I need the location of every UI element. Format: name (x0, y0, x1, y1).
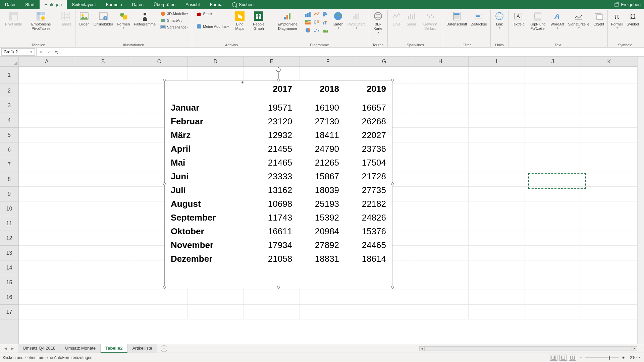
cell[interactable] (581, 187, 637, 201)
cell[interactable] (244, 305, 300, 319)
row-header[interactable]: 12 (0, 231, 18, 246)
column-header[interactable]: G (356, 57, 413, 66)
statistic-chart-icon[interactable] (313, 19, 320, 25)
surface-chart-icon[interactable] (322, 27, 329, 33)
menu-tab-einfügen[interactable]: Einfügen (40, 0, 67, 9)
zoom-level[interactable]: 210 % (628, 355, 641, 360)
cell[interactable] (525, 142, 581, 157)
cell[interactable] (469, 216, 525, 231)
cell[interactable] (525, 201, 581, 216)
empfohlene-diagramme-button[interactable]: Empfohlene Diagramme (272, 10, 303, 32)
cell[interactable] (525, 98, 581, 113)
column-header[interactable]: E (244, 57, 300, 66)
zoom-in-button[interactable]: + (621, 355, 626, 360)
cell[interactable] (75, 216, 131, 231)
cell[interactable] (412, 260, 469, 275)
menu-tab-daten[interactable]: Daten (127, 0, 149, 9)
cell[interactable] (75, 128, 131, 142)
3d-karte-button[interactable]: 3D-Karte (370, 10, 386, 35)
cell[interactable] (469, 67, 525, 83)
cell[interactable] (19, 98, 75, 113)
resize-handle[interactable] (391, 182, 394, 185)
cell[interactable] (19, 113, 75, 128)
cell[interactable] (469, 172, 525, 187)
cell[interactable] (19, 305, 75, 319)
cell[interactable] (19, 201, 75, 216)
cell[interactable] (187, 305, 244, 319)
cell[interactable] (469, 260, 525, 275)
link-button[interactable]: Link (492, 10, 507, 31)
cell[interactable] (581, 157, 637, 172)
karten-button[interactable]: Karten (330, 10, 345, 31)
cell[interactable] (412, 83, 469, 98)
resize-handle[interactable] (163, 286, 166, 289)
cell[interactable] (581, 305, 637, 319)
screenshot-button[interactable]: Screenshot (159, 24, 189, 31)
bing-maps-button[interactable]: Bing Maps (231, 10, 249, 32)
cell[interactable] (75, 113, 131, 128)
cell[interactable] (581, 290, 637, 305)
cell[interactable] (581, 216, 637, 231)
page-break-view-button[interactable] (569, 355, 576, 361)
cell[interactable] (469, 201, 525, 216)
cell[interactable] (581, 260, 637, 275)
cell[interactable] (412, 187, 469, 201)
cell[interactable] (525, 246, 581, 260)
column-header[interactable]: A (19, 57, 75, 66)
store-button[interactable]: Store (195, 10, 230, 17)
cell[interactable] (75, 98, 131, 113)
menu-tab-ansicht[interactable]: Ansicht (180, 0, 205, 9)
row-header[interactable]: 4 (0, 113, 18, 128)
row-header[interactable]: 6 (0, 142, 18, 157)
row-header[interactable]: 10 (0, 201, 18, 216)
cell[interactable] (469, 290, 525, 305)
cell[interactable] (19, 142, 75, 157)
row-header[interactable]: 13 (0, 246, 18, 260)
cell[interactable] (75, 260, 131, 275)
cell[interactable] (412, 113, 469, 128)
cell[interactable] (19, 157, 75, 172)
datenschnitt-button[interactable]: Datenschnitt (444, 10, 469, 27)
cell[interactable] (469, 305, 525, 319)
cell[interactable] (75, 172, 131, 187)
cell[interactable] (469, 246, 525, 260)
row-header[interactable]: 1 (0, 67, 18, 83)
cell[interactable] (75, 275, 131, 290)
cell[interactable] (75, 142, 131, 157)
cell[interactable] (412, 290, 469, 305)
line-chart-icon[interactable] (313, 11, 320, 17)
3d-modelle-button[interactable]: 3D-Modelle (159, 10, 189, 17)
sparkline-saule-button[interactable]: Säule (404, 10, 419, 27)
cell[interactable] (525, 67, 581, 83)
column-header[interactable]: F (300, 57, 356, 66)
symbol-button[interactable]: ΩSymbol (625, 10, 641, 27)
row-header[interactable]: 11 (0, 216, 18, 231)
cell[interactable] (469, 231, 525, 246)
resize-handle[interactable] (163, 79, 166, 81)
cell[interactable] (19, 275, 75, 290)
zoom-out-button[interactable]: − (578, 355, 583, 360)
column-header[interactable]: B (75, 57, 131, 66)
cell[interactable] (581, 231, 637, 246)
cell[interactable] (75, 187, 131, 201)
cell[interactable] (19, 290, 75, 305)
empfohlene-pivottables-button[interactable]: Empfohlene PivotTables (24, 10, 58, 32)
cell[interactable] (412, 216, 469, 231)
zoom-slider[interactable] (585, 357, 619, 358)
pie-chart-icon[interactable] (304, 27, 312, 33)
cell[interactable] (469, 142, 525, 157)
meine-addins-button[interactable]: Meine Add-Ins (195, 23, 230, 30)
menu-tab-format[interactable]: Format (205, 0, 229, 9)
cell[interactable] (581, 67, 637, 83)
column-header[interactable]: D (187, 57, 244, 66)
row-header[interactable]: 7 (0, 157, 18, 172)
menu-tab-formeln[interactable]: Formeln (101, 0, 127, 9)
menu-tab-datei[interactable]: Datei (0, 0, 20, 9)
cell[interactable] (75, 201, 131, 216)
cell[interactable] (469, 113, 525, 128)
row-header[interactable]: 2 (0, 83, 18, 98)
cell[interactable] (412, 128, 469, 142)
column-header[interactable]: K (581, 57, 637, 66)
cell[interactable] (75, 157, 131, 172)
cell[interactable] (412, 231, 469, 246)
